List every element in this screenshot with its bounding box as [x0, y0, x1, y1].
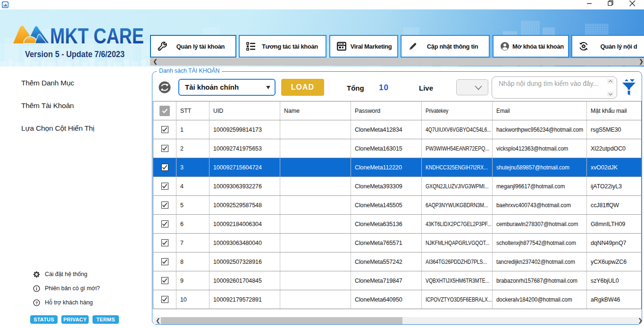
svg-text:Version 5 - Update 7/6/2023: Version 5 - Update 7/6/2023: [25, 49, 125, 59]
svg-text:MKT CARE: MKT CARE: [50, 24, 144, 48]
svg-text:?: ?: [35, 301, 38, 305]
